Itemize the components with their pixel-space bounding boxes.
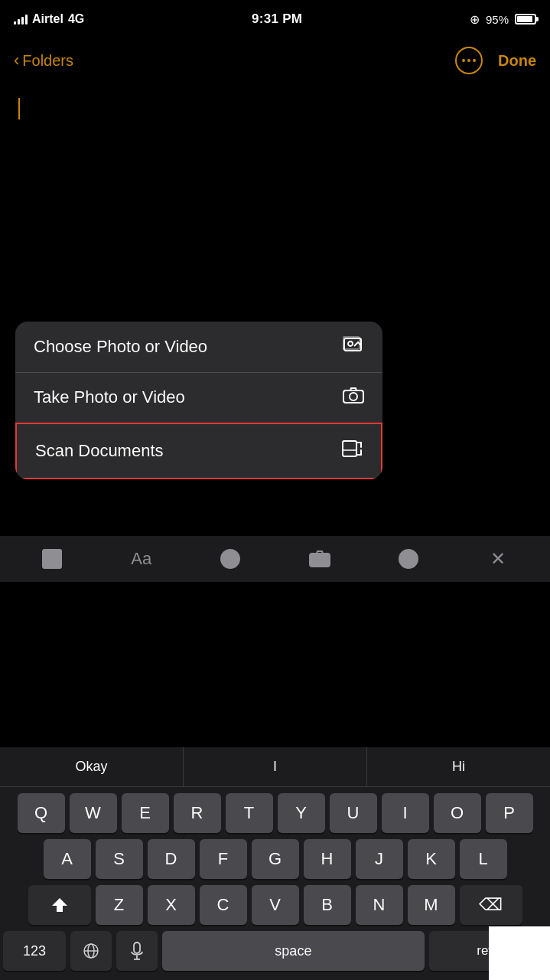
numbers-key[interactable]: 123 [3,931,66,971]
battery-fill [517,16,532,22]
camera-icon [343,386,364,409]
key-n[interactable]: N [356,885,403,925]
back-chevron-icon: ‹ [14,51,19,70]
space-key[interactable]: space [162,931,425,971]
key-w[interactable]: W [70,793,117,833]
key-d[interactable]: D [148,839,195,879]
formatting-toolbar: Aa ✕ [0,536,550,582]
key-o[interactable]: O [434,793,481,833]
key-h[interactable]: H [304,839,351,879]
text-cursor [18,98,20,119]
shift-key[interactable] [28,885,91,925]
network-type: 4G [68,12,84,26]
key-k[interactable]: K [408,839,455,879]
prediction-hi[interactable]: Hi [367,747,550,786]
more-button[interactable] [455,47,483,74]
key-q[interactable]: Q [18,793,65,833]
globe-key[interactable] [70,931,112,971]
key-x[interactable]: X [148,885,195,925]
key-u[interactable]: U [330,793,377,833]
format-icon: Aa [131,549,151,569]
svg-point-4 [350,393,357,400]
checklist-button[interactable] [213,542,247,576]
svg-rect-18 [134,942,140,953]
status-time: 9:31 PM [252,11,302,27]
camera-button[interactable] [303,542,337,576]
close-icon: ✕ [490,548,506,570]
carrier-name: Airtel [32,12,63,26]
more-dots-icon [462,59,476,62]
svg-point-2 [348,341,353,346]
key-y[interactable]: Y [278,793,325,833]
key-i[interactable]: I [382,793,429,833]
location-button[interactable] [392,542,425,576]
status-right: ⊕ 95% [470,12,536,27]
menu-item-choose-photo[interactable]: Choose Photo or Video [15,322,382,372]
keyboard: Okay I Hi Q W E R T Y U I O P A S D F [0,747,550,980]
menu-item-choose-photo-label: Choose Photo or Video [34,337,207,357]
key-c[interactable]: C [200,885,247,925]
status-bar: Airtel 4G 9:31 PM ⊕ 95% [0,0,550,38]
key-row-1: Q W E R T Y U I O P [3,793,547,833]
key-g[interactable]: G [252,839,299,879]
backspace-icon: ⌫ [479,895,503,915]
key-s[interactable]: S [96,839,143,879]
location-icon: ⊕ [470,12,480,27]
context-menu: Choose Photo or Video Take Photo or Vide… [15,322,382,479]
svg-rect-6 [43,550,61,568]
svg-rect-5 [343,441,356,456]
key-t[interactable]: T [226,793,273,833]
predictive-bar: Okay I Hi [0,747,550,787]
photo-library-icon [343,335,364,358]
key-v[interactable]: V [252,885,299,925]
menu-item-scan-docs-label: Scan Documents [35,441,164,461]
microphone-key[interactable] [116,931,158,971]
svg-point-13 [316,556,324,564]
menu-item-scan-docs[interactable]: Scan Documents [15,423,382,479]
back-label: Folders [22,52,73,70]
close-button[interactable]: ✕ [481,542,515,576]
scan-icon [341,438,363,464]
key-z[interactable]: Z [96,885,143,925]
key-m[interactable]: M [408,885,455,925]
menu-item-take-photo-label: Take Photo or Video [34,387,185,407]
key-b[interactable]: B [304,885,351,925]
battery-icon [515,14,536,24]
key-row-4: 123 space retu [3,931,547,977]
format-button[interactable]: Aa [125,542,158,576]
table-button[interactable] [35,542,69,576]
prediction-okay[interactable]: Okay [0,747,184,786]
key-j[interactable]: J [356,839,403,879]
back-button[interactable]: ‹ Folders [14,51,73,70]
signal-icon [14,14,28,24]
menu-item-take-photo[interactable]: Take Photo or Video [15,372,382,423]
key-l[interactable]: L [460,839,507,879]
key-f[interactable]: F [200,839,247,879]
backspace-key[interactable]: ⌫ [460,885,522,925]
done-button[interactable]: Done [498,52,536,70]
key-row-2: A S D F G H J K L [3,839,547,879]
key-r[interactable]: R [174,793,221,833]
key-p[interactable]: P [486,793,533,833]
nav-bar: ‹ Folders Done [0,38,550,83]
battery-percent: 95% [486,13,509,26]
key-row-3: Z X C V B N M ⌫ [3,885,547,925]
partial-element [489,926,550,980]
carrier-info: Airtel 4G [14,12,84,26]
nav-right-actions: Done [455,47,536,74]
key-a[interactable]: A [44,839,91,879]
key-e[interactable]: E [122,793,169,833]
key-rows: Q W E R T Y U I O P A S D F G H J K L [0,787,550,980]
prediction-i[interactable]: I [184,747,367,786]
